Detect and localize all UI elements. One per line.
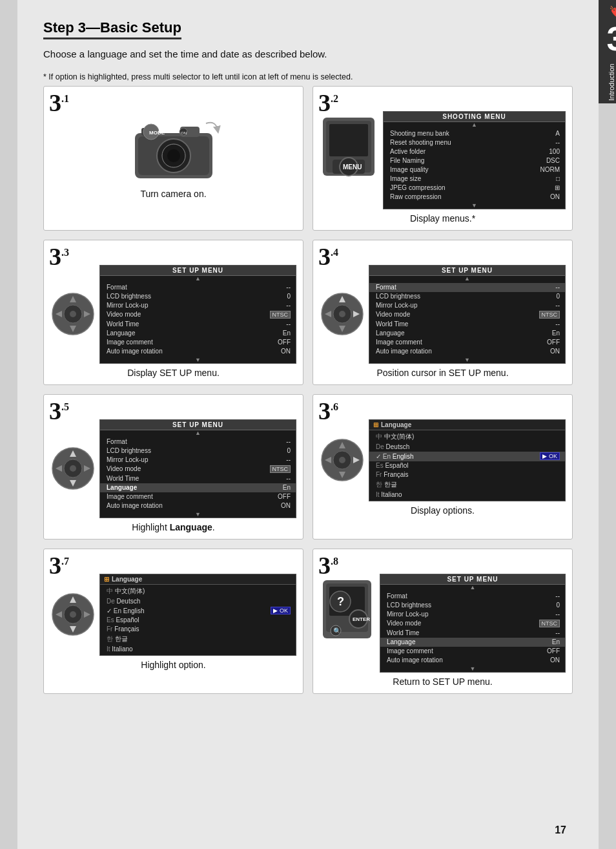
step-number-3-3: 3.3 <box>49 244 69 269</box>
english-label: English <box>393 453 414 460</box>
setup-menu-3-4: SET UP MENU ▲ Format-- LCD brightness0 M… <box>369 265 566 364</box>
step-3-6-caption: Display options. <box>320 505 566 516</box>
multi-selector-3-7 <box>50 589 96 640</box>
step-3-7: 3.7 <box>43 549 303 694</box>
setup-menu-3-8: SET UP MENU ▲ Format-- LCD brightness0 M… <box>380 574 566 673</box>
page-title: Step 3—Basic Setup <box>43 19 181 39</box>
svg-text:ENTER: ENTER <box>353 616 370 622</box>
svg-text:?: ? <box>337 595 344 608</box>
camera-menu-illustration: MENU <box>320 111 378 182</box>
tab-icon: 🔖 <box>609 5 616 19</box>
svg-point-30 <box>339 311 345 317</box>
step-3-2: 3.2 MEN <box>313 86 573 231</box>
step-3-3-caption: Display SET UP menu. <box>50 368 296 378</box>
step-3-4: 3.4 <box>313 240 573 385</box>
multi-selector-3-3 <box>50 288 96 340</box>
step-3-4-caption: Position cursor in SET UP menu. <box>320 368 566 378</box>
step-3-6: 3.6 <box>313 394 573 540</box>
chapter-tab: 🔖 3 Introduction—First Steps <box>599 0 616 103</box>
step-3-1: 3.1 <box>43 86 303 231</box>
camera-top-illustration: MODE ON <box>122 114 225 185</box>
svg-rect-13 <box>329 124 368 156</box>
step-number-3-5: 3.5 <box>49 399 69 423</box>
step-3-8: 3.8 ? EN <box>313 549 573 694</box>
multi-selector-3-4 <box>320 288 365 340</box>
step-number-3-1: 3.1 <box>49 90 69 115</box>
step-number-3-2: 3.2 <box>318 90 338 115</box>
steps-grid: 3.1 <box>43 86 573 694</box>
svg-text:ON: ON <box>181 131 187 135</box>
svg-text:🔍: 🔍 <box>333 627 342 635</box>
step-3-8-caption: Return to SET UP menu. <box>320 676 566 687</box>
lang-menu-3-7: ⊞ Language 中 中文(简体) De Deutsch ✓ En Engl… <box>99 574 296 656</box>
intro-text: Choose a language and set the time and d… <box>43 48 573 59</box>
chapter-label: Introduction—First Steps <box>607 61 616 103</box>
shooting-menu-screen: SHOOTING MENU ▲ Shooting menu bankA Rese… <box>383 111 566 209</box>
footnote: * If option is highlighted, press multi … <box>43 71 573 83</box>
svg-point-23 <box>70 311 76 317</box>
chapter-number: 3 <box>607 22 616 56</box>
svg-text:MENU: MENU <box>343 163 362 171</box>
step-number-3-6: 3.6 <box>318 399 338 423</box>
svg-text:MODE: MODE <box>149 130 165 136</box>
step-number-3-4: 3.4 <box>318 244 338 269</box>
step-number-3-7: 3.7 <box>49 553 69 578</box>
svg-point-51 <box>70 611 76 618</box>
lang-menu-3-6: ⊞ Language 中 中文(简体) De Deutsch ✓ En Engl… <box>369 419 566 501</box>
multi-selector-3-6 <box>320 434 365 486</box>
page-number: 17 <box>555 824 566 836</box>
step-3-5-caption: Highlight Language. <box>50 522 296 532</box>
step-3-2-caption: Display menus.* <box>320 213 566 224</box>
step-3-3: 3.3 <box>43 240 303 385</box>
multi-selector-3-5 <box>50 443 96 494</box>
svg-point-37 <box>70 465 76 472</box>
svg-point-44 <box>339 457 345 463</box>
step-3-7-caption: Highlight option. <box>50 660 296 670</box>
shooting-menu-header: SHOOTING MENU <box>384 112 565 122</box>
step-3-1-caption: Turn camera on. <box>140 189 206 199</box>
setup-menu-3-3: SET UP MENU ▲ Format-- LCD brightness0 M… <box>99 265 296 364</box>
step-number-3-8: 3.8 <box>318 553 338 578</box>
camera-enter-illustration: ? ENTER 🔍 <box>320 574 375 645</box>
step-3-5: 3.5 <box>43 394 303 540</box>
setup-menu-3-5: SET UP MENU ▲ Format-- LCD brightness0 M… <box>99 419 296 518</box>
svg-point-4 <box>167 149 180 162</box>
